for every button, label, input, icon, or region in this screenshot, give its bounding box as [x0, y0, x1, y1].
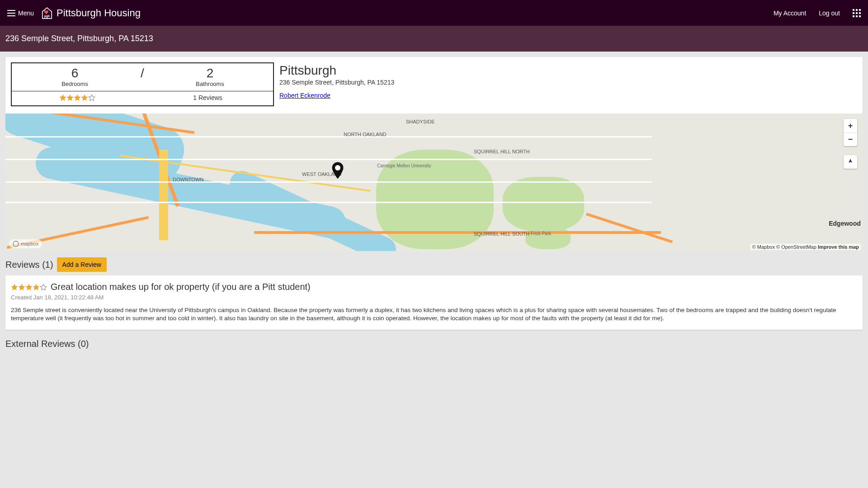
review-card: Great location makes up for ok property …	[5, 275, 863, 330]
bathrooms-cell: 2 Bathrooms	[147, 63, 273, 91]
map[interactable]: DOWNTOWN WEST OAKLAND NORTH OAKLAND SHAD…	[5, 114, 863, 251]
compass-icon	[848, 159, 853, 165]
reviews-header: Reviews (1) Add a Review	[5, 251, 863, 275]
stats-row: 6 Bedrooms / 2 Bathrooms	[12, 63, 273, 91]
review-title: Great location makes up for ok property …	[51, 282, 311, 292]
nav-right: My Account Log out	[774, 9, 861, 17]
log-out-link[interactable]: Log out	[819, 9, 840, 17]
add-review-button[interactable]: Add a Review	[57, 257, 107, 272]
star-filled-icon	[59, 94, 66, 101]
zoom-out-button[interactable]: −	[844, 133, 857, 146]
stats-box: 6 Bedrooms / 2 Bathrooms 1 Reviews	[11, 62, 274, 106]
my-account-link[interactable]: My Account	[774, 9, 806, 17]
bedrooms-cell: 6 Bedrooms	[12, 63, 138, 91]
stat-separator: /	[138, 63, 147, 91]
bathrooms-label: Bathrooms	[147, 81, 273, 87]
star-filled-icon	[33, 284, 40, 291]
bathrooms-value: 2	[147, 66, 273, 81]
property-city: Pittsburgh	[279, 63, 394, 78]
page-address: 236 Semple Street, Pittsburgh, PA 15213	[5, 34, 153, 43]
menu-label: Menu	[18, 9, 34, 17]
improve-map-link[interactable]: Improve this map	[818, 244, 859, 250]
map-bg: DOWNTOWN WEST OAKLAND NORTH OAKLAND SHAD…	[5, 114, 863, 251]
property-stars	[59, 94, 95, 101]
map-attribution: © Mapbox © OpenStreetMap Improve this ma…	[750, 244, 861, 250]
mapbox-logo[interactable]: mapbox	[9, 239, 42, 248]
star-filled-icon	[25, 284, 33, 291]
review-title-line: Great location makes up for ok property …	[11, 282, 857, 292]
top-nav: Menu pgh Pittsburgh Housing My Account L…	[0, 0, 868, 26]
attrib-osm-link[interactable]: © OpenStreetMap	[776, 244, 816, 250]
star-filled-icon	[11, 284, 18, 291]
apps-icon[interactable]	[853, 9, 861, 17]
hamburger-icon	[7, 10, 15, 16]
external-reviews-title: External Reviews (0)	[5, 330, 863, 358]
sub-header: 236 Semple Street, Pittsburgh, PA 15213	[0, 26, 868, 52]
brand-title: Pittsburgh Housing	[57, 7, 141, 19]
reviews-title: Reviews (1)	[5, 260, 53, 270]
property-title-block: Pittsburgh 236 Semple Street, Pittsburgh…	[279, 62, 394, 99]
review-body: 236 Semple street is conveniently locate…	[11, 306, 857, 322]
svg-point-1	[335, 165, 340, 171]
bedrooms-value: 6	[12, 66, 138, 81]
svg-point-2	[13, 241, 19, 246]
zoom-in-button[interactable]: +	[844, 119, 857, 133]
star-filled-icon	[74, 94, 81, 101]
logo-icon: pgh	[39, 5, 55, 21]
stats-row2: 1 Reviews	[12, 91, 273, 105]
bedrooms-label: Bedrooms	[12, 81, 138, 87]
star-empty-icon	[40, 284, 47, 291]
compass-button[interactable]	[844, 155, 857, 169]
star-filled-icon	[66, 94, 74, 101]
svg-text:pgh: pgh	[44, 14, 50, 18]
property-owner-link[interactable]: Robert Eckenrode	[279, 92, 330, 99]
nav-left: Menu pgh Pittsburgh Housing	[7, 5, 141, 21]
review-count: 1 Reviews	[142, 91, 273, 105]
property-card: 6 Bedrooms / 2 Bathrooms 1 Reviews Pitts…	[5, 57, 863, 114]
mapbox-icon	[13, 241, 19, 247]
rating-cell	[12, 91, 142, 105]
attrib-mapbox-link[interactable]: © Mapbox	[752, 244, 775, 250]
logo-block[interactable]: pgh Pittsburgh Housing	[39, 5, 141, 21]
map-label-edgewood: Edgewood	[829, 220, 861, 227]
property-address: 236 Semple Street, Pittsburgh, PA 15213	[279, 79, 394, 86]
review-meta: Created Jan 18, 2021, 10:22:48 AM	[11, 294, 857, 301]
content: 6 Bedrooms / 2 Bathrooms 1 Reviews Pitts…	[0, 52, 868, 364]
menu-button[interactable]: Menu	[7, 9, 34, 17]
map-zoom-controls: + −	[844, 119, 857, 146]
star-filled-icon	[18, 284, 25, 291]
review-stars	[11, 284, 47, 291]
map-pin-icon	[331, 161, 344, 180]
star-filled-icon	[81, 94, 88, 101]
star-empty-icon	[88, 94, 95, 101]
